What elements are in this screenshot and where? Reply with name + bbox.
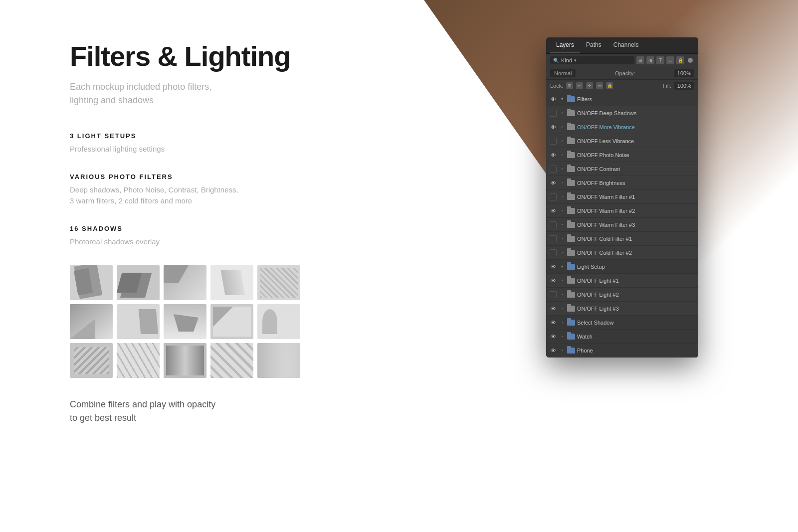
visibility-toggle-contrast[interactable] (549, 165, 557, 173)
section2-desc: Deep shadows, Photo Noise, Contrast, Bri… (70, 184, 369, 207)
expand-less-vibrance-icon[interactable]: › (559, 138, 565, 144)
phone-label: Phone (577, 348, 695, 354)
shadow-thumb-6 (70, 304, 113, 339)
visibility-toggle-light1[interactable]: 👁 (549, 277, 557, 285)
section-shadows: 16 SHADOWS Photoreal shadows overlay (70, 225, 369, 248)
expand-cold1-icon[interactable]: › (559, 236, 565, 242)
expand-warm3-icon[interactable]: › (559, 222, 565, 228)
visibility-toggle-deep-shadows[interactable] (549, 109, 557, 117)
light1-folder-icon (567, 278, 575, 284)
layer-less-vibrance[interactable]: › ON/OFF Less Vibrance (546, 134, 698, 148)
more-vibrance-label: ON/OFF More Vibrance (577, 124, 695, 130)
visibility-toggle-cold2[interactable] (549, 249, 557, 257)
layer-light-2[interactable]: › ON/OFF Light #2 (546, 288, 698, 302)
expand-warm1-icon[interactable]: › (559, 194, 565, 200)
lock-position-icon[interactable]: ✛ (586, 82, 593, 89)
visibility-toggle-select-shadow[interactable]: 👁 (549, 319, 557, 327)
layer-cold-filter-1[interactable]: › ON/OFF Cold Filter #1 (546, 232, 698, 246)
expand-brightness-icon[interactable]: › (559, 180, 565, 186)
visibility-toggle-less-vibrance[interactable] (549, 137, 557, 145)
expand-light1-icon[interactable]: › (559, 278, 565, 284)
visibility-toggle-photo-noise[interactable]: 👁 (549, 151, 557, 159)
layer-warm-filter-1[interactable]: › ON/OFF Warm Filter #1 (546, 190, 698, 204)
visibility-toggle-filters[interactable]: 👁 (549, 95, 557, 103)
left-content-area: Filters & Lighting Each mockup included … (0, 0, 409, 532)
expand-contrast-icon[interactable]: › (559, 166, 565, 172)
expand-warm2-icon[interactable]: › (559, 208, 565, 214)
tab-paths[interactable]: Paths (580, 37, 607, 53)
shape-filter-icon[interactable]: ▭ (666, 56, 674, 64)
brightness-label: ON/OFF Brightness (577, 180, 695, 186)
expand-deep-shadows-icon[interactable]: › (559, 110, 565, 116)
visibility-toggle-phone[interactable]: 👁 (549, 347, 557, 355)
expand-select-shadow-icon[interactable]: › (559, 320, 565, 326)
light2-label: ON/OFF Light #2 (577, 292, 695, 298)
phone-folder-icon (567, 348, 575, 354)
layer-light-setup-group[interactable]: 👁 ▾ Light Setup (546, 260, 698, 274)
photo-noise-label: ON/OFF Photo Noise (577, 152, 695, 158)
expand-light-setup-icon[interactable]: ▾ (559, 264, 565, 270)
shadow-thumb-15 (257, 343, 300, 378)
warm2-label: ON/OFF Warm Filter #2 (577, 208, 695, 214)
layer-brightness[interactable]: 👁 › ON/OFF Brightness (546, 176, 698, 190)
layer-light-3[interactable]: 👁 › ON/OFF Light #3 (546, 302, 698, 316)
visibility-toggle-warm2[interactable]: 👁 (549, 207, 557, 215)
adjustment-filter-icon[interactable]: ◑ (646, 56, 654, 64)
visibility-toggle-light-setup[interactable]: 👁 (549, 263, 557, 271)
pixel-filter-icon[interactable]: ⊞ (636, 56, 644, 64)
lock-all-icon[interactable]: 🔒 (606, 82, 613, 89)
ps-kind-toolbar: 🔍 Kind ▾ ⊞ ◑ T ▭ 🔒 (546, 54, 698, 67)
warm1-folder-icon (567, 194, 575, 200)
expand-photo-noise-icon[interactable]: › (559, 152, 565, 158)
shadow-thumb-12 (117, 343, 160, 378)
tab-layers[interactable]: Layers (550, 37, 580, 53)
expand-watch-icon[interactable]: › (559, 334, 565, 340)
ps-kind-select[interactable]: 🔍 Kind ▾ (550, 56, 634, 64)
layer-contrast[interactable]: › ON/OFF Contrast (546, 162, 698, 176)
lock-pixel-icon[interactable]: ⊞ (566, 82, 573, 89)
layer-more-vibrance[interactable]: 👁 › ON/OFF More Vibrance (546, 120, 698, 134)
visibility-toggle-warm1[interactable] (549, 193, 557, 201)
lock-artboard-icon[interactable]: ▭ (596, 82, 603, 89)
layer-select-shadow-group[interactable]: 👁 › Select Shadow (546, 316, 698, 330)
visibility-toggle-watch[interactable]: 👁 (549, 333, 557, 341)
expand-more-vibrance-icon[interactable]: › (559, 124, 565, 130)
tab-channels[interactable]: Channels (607, 37, 645, 53)
layer-light-1[interactable]: 👁 › ON/OFF Light #1 (546, 274, 698, 288)
blend-mode-label[interactable]: Normal (550, 69, 576, 77)
layer-warm-filter-2[interactable]: 👁 › ON/OFF Warm Filter #2 (546, 204, 698, 218)
expand-light2-icon[interactable]: › (559, 292, 565, 298)
section1-desc: Professional lighting settings (70, 144, 369, 155)
visibility-toggle-light3[interactable]: 👁 (549, 305, 557, 313)
light-setup-label: Light Setup (577, 264, 695, 270)
visibility-toggle-more-vibrance[interactable]: 👁 (549, 123, 557, 131)
visibility-toggle-brightness[interactable]: 👁 (549, 179, 557, 187)
shadow-thumbnails-grid (70, 265, 369, 378)
warm1-label: ON/OFF Warm Filter #1 (577, 194, 695, 200)
layer-filters-group[interactable]: 👁 ▾ Filters (546, 92, 698, 106)
layer-watch-group[interactable]: 👁 › Watch (546, 330, 698, 344)
lock-paint-icon[interactable]: ✏ (576, 82, 583, 89)
smart-filter-icon[interactable]: 🔒 (676, 56, 684, 64)
expand-cold2-icon[interactable]: › (559, 250, 565, 256)
expand-filters-icon[interactable]: ▾ (559, 96, 565, 102)
light2-folder-icon (567, 292, 575, 298)
layer-cold-filter-2[interactable]: › ON/OFF Cold Filter #2 (546, 246, 698, 260)
text-filter-icon[interactable]: T (656, 56, 664, 64)
less-vibrance-label: ON/OFF Less Vibrance (577, 138, 695, 144)
warm2-folder-icon (567, 208, 575, 214)
cold2-label: ON/OFF Cold Filter #2 (577, 250, 695, 256)
expand-phone-icon[interactable]: › (559, 348, 565, 354)
layer-warm-filter-3[interactable]: › ON/OFF Warm Filter #3 (546, 218, 698, 232)
shadow-thumb-1 (70, 265, 113, 300)
chevron-down-icon: ▾ (574, 58, 577, 63)
deep-shadows-label: ON/OFF Deep Shadows (577, 110, 695, 116)
visibility-toggle-light2[interactable] (549, 291, 557, 299)
visibility-toggle-cold1[interactable] (549, 235, 557, 243)
visibility-toggle-warm3[interactable] (549, 221, 557, 229)
layer-phone-group[interactable]: 👁 › Phone (546, 344, 698, 357)
main-title: Filters & Lighting (70, 40, 369, 72)
layer-photo-noise[interactable]: 👁 › ON/OFF Photo Noise (546, 148, 698, 162)
layer-deep-shadows[interactable]: › ON/OFF Deep Shadows (546, 106, 698, 120)
expand-light3-icon[interactable]: › (559, 306, 565, 312)
